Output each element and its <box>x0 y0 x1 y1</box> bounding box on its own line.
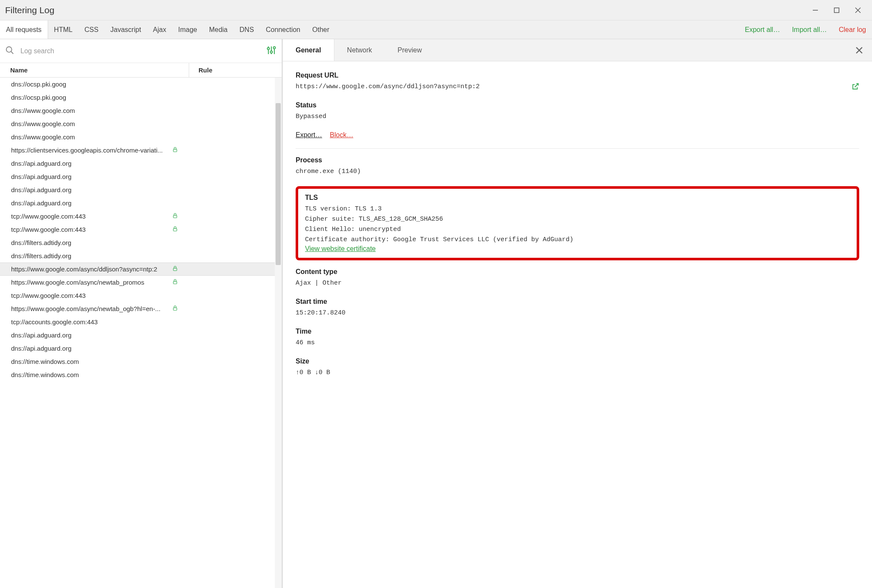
filter-settings-icon[interactable] <box>266 45 276 57</box>
request-url-value: https://www.google.com/async/ddljson?asy… <box>296 82 480 92</box>
log-pane: Name Rule dns://ocsp.pki.googdns://ocsp.… <box>0 39 283 588</box>
section-time: Time 46 ms <box>296 328 859 348</box>
log-row[interactable]: dns://api.adguard.org <box>0 183 282 196</box>
search-row <box>0 39 282 63</box>
time-value: 46 ms <box>296 338 859 348</box>
log-row[interactable]: dns://time.windows.com <box>0 355 282 368</box>
log-row[interactable]: https://www.google.com/async/newtab_prom… <box>0 276 282 289</box>
column-rule[interactable]: Rule <box>189 63 282 77</box>
log-row[interactable]: dns://api.adguard.org <box>0 342 282 355</box>
filter-tab-dns[interactable]: DNS <box>233 20 260 39</box>
log-row[interactable]: dns://api.adguard.org <box>0 157 282 170</box>
filter-tab-image[interactable]: Image <box>172 20 203 39</box>
status-label: Status <box>296 101 859 109</box>
log-row[interactable]: dns://ocsp.pki.goog <box>0 78 282 91</box>
log-row[interactable]: tcp://accounts.google.com:443 <box>0 315 282 329</box>
close-detail-icon[interactable] <box>846 39 872 61</box>
export-link[interactable]: Export… <box>296 131 322 139</box>
log-row[interactable]: dns://filters.adtidy.org <box>0 236 282 249</box>
filter-toolbar: All requestsHTMLCSSJavascriptAjaxImageMe… <box>0 20 872 39</box>
section-start-time: Start time 15:20:17.8240 <box>296 298 859 318</box>
filter-tab-css[interactable]: CSS <box>78 20 104 39</box>
start-time-label: Start time <box>296 298 859 306</box>
log-row-url: tcp://www.google.com:443 <box>11 213 170 220</box>
log-row[interactable]: dns://filters.adtidy.org <box>0 249 282 262</box>
window-controls <box>811 6 863 15</box>
filter-tab-other[interactable]: Other <box>306 20 335 39</box>
open-external-icon[interactable] <box>852 83 859 92</box>
log-row[interactable]: dns://api.adguard.org <box>0 170 282 183</box>
minimize-button[interactable] <box>811 6 820 15</box>
log-row-url: tcp://www.google.com:443 <box>11 292 170 299</box>
separator <box>296 148 859 149</box>
svg-rect-15 <box>173 268 177 271</box>
section-content-type: Content type Ajax | Other <box>296 268 859 288</box>
import-all-link[interactable]: Import all… <box>786 20 833 39</box>
detail-tab-network[interactable]: Network <box>334 39 385 61</box>
log-row-url: dns://api.adguard.org <box>11 173 170 180</box>
start-time-value: 15:20:17.8240 <box>296 308 859 318</box>
size-value: ↑0 B ↓0 B <box>296 368 859 378</box>
log-row[interactable]: dns://api.adguard.org <box>0 196 282 210</box>
log-row[interactable]: dns://www.google.com <box>0 117 282 130</box>
scrollbar-thumb[interactable] <box>276 103 281 265</box>
column-name[interactable]: Name <box>0 63 189 77</box>
detail-tabs: GeneralNetworkPreview <box>283 39 872 61</box>
log-row[interactable]: https://www.google.com/async/ddljson?asy… <box>0 262 282 276</box>
filter-tab-html[interactable]: HTML <box>48 20 79 39</box>
clear-log-link[interactable]: Clear log <box>833 20 872 39</box>
titlebar: Filtering Log <box>0 0 872 20</box>
lock-icon <box>170 213 178 220</box>
section-request-url: Request URL https://www.google.com/async… <box>296 72 859 92</box>
log-row[interactable]: https://www.google.com/async/newtab_ogb?… <box>0 302 282 315</box>
tls-highlight-box: TLS TLS version: TLS 1.3 Cipher suite: T… <box>296 186 859 260</box>
log-row[interactable]: dns://ocsp.pki.goog <box>0 91 282 104</box>
detail-tab-preview[interactable]: Preview <box>385 39 435 61</box>
client-hello: Client Hello: unencrypted <box>305 225 850 235</box>
log-row[interactable]: dns://time.windows.com <box>0 368 282 381</box>
filter-tab-media[interactable]: Media <box>203 20 234 39</box>
filter-tab-all-requests[interactable]: All requests <box>0 20 48 39</box>
request-url-label: Request URL <box>296 72 859 79</box>
log-row[interactable]: dns://www.google.com <box>0 130 282 144</box>
log-row-url: dns://www.google.com <box>11 120 170 127</box>
log-row[interactable]: tcp://www.google.com:443 <box>0 289 282 302</box>
log-row-url: dns://filters.adtidy.org <box>11 239 170 246</box>
detail-pane: GeneralNetworkPreview Request URL https:… <box>283 39 872 588</box>
status-value: Bypassed <box>296 112 859 122</box>
filter-tab-ajax[interactable]: Ajax <box>147 20 172 39</box>
svg-rect-12 <box>173 149 177 152</box>
log-row[interactable]: tcp://www.google.com:443 <box>0 223 282 236</box>
svg-rect-17 <box>173 308 177 310</box>
log-row-url: dns://ocsp.pki.goog <box>11 94 170 101</box>
log-row[interactable]: tcp://www.google.com:443 <box>0 210 282 223</box>
detail-tab-general[interactable]: General <box>283 39 334 61</box>
log-list[interactable]: dns://ocsp.pki.googdns://ocsp.pki.googdn… <box>0 78 282 588</box>
log-row-url: dns://api.adguard.org <box>11 199 170 207</box>
log-row[interactable]: dns://www.google.com <box>0 104 282 117</box>
block-link[interactable]: Block… <box>330 131 353 139</box>
filter-tab-connection[interactable]: Connection <box>260 20 306 39</box>
search-input[interactable] <box>17 44 266 58</box>
cipher-suite: Cipher suite: TLS_AES_128_GCM_SHA256 <box>305 214 850 225</box>
log-row-url: dns://time.windows.com <box>11 358 170 365</box>
log-row-url: dns://www.google.com <box>11 107 170 114</box>
svg-point-7 <box>268 48 270 50</box>
content-type-label: Content type <box>296 268 859 276</box>
process-label: Process <box>296 156 859 164</box>
close-button[interactable] <box>853 6 863 15</box>
detail-body: Request URL https://www.google.com/async… <box>283 61 872 588</box>
export-all-link[interactable]: Export all… <box>739 20 786 39</box>
log-row-url: dns://api.adguard.org <box>11 345 170 352</box>
content-type-value: Ajax | Other <box>296 278 859 288</box>
log-row[interactable]: https://clientservices.googleapis.com/ch… <box>0 144 282 157</box>
list-header: Name Rule <box>0 63 282 78</box>
filter-tab-javascript[interactable]: Javascript <box>104 20 147 39</box>
log-row[interactable]: dns://api.adguard.org <box>0 329 282 342</box>
maximize-button[interactable] <box>832 6 841 15</box>
lock-icon <box>170 265 178 273</box>
log-row-url: dns://www.google.com <box>11 133 170 141</box>
svg-line-5 <box>11 52 14 54</box>
view-certificate-link[interactable]: View website certificate <box>305 245 376 252</box>
scrollbar-track[interactable] <box>275 78 282 588</box>
